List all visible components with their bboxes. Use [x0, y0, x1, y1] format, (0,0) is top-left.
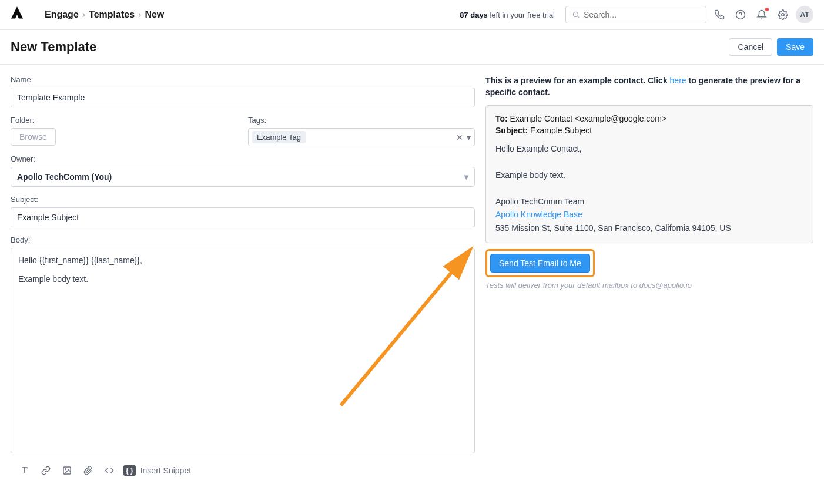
preview-box: To: Example Contact <example@google.com>…	[485, 105, 813, 243]
preview-notice: This is a preview for an example contact…	[485, 75, 813, 98]
breadcrumb: Engage › Templates › New	[45, 9, 164, 20]
name-label: Name:	[11, 75, 475, 84]
preview-to-row: To: Example Contact <example@google.com>	[495, 114, 803, 123]
avatar-initials: AT	[800, 11, 809, 19]
text-format-icon[interactable]: T	[18, 463, 32, 478]
trial-days: 87 days	[460, 11, 488, 19]
cancel-button[interactable]: Cancel	[729, 38, 772, 56]
send-test-email-button[interactable]: Send Test Email to Me	[490, 254, 590, 273]
preview-signature-team: Apollo TechComm Team	[495, 195, 803, 208]
browse-button[interactable]: Browse	[11, 128, 56, 146]
search-input[interactable]	[584, 10, 700, 19]
chevron-right-icon: ›	[82, 9, 85, 20]
tag-chip[interactable]: Example Tag	[252, 131, 306, 143]
subject-input[interactable]	[11, 207, 475, 227]
breadcrumb-item-engage[interactable]: Engage	[45, 9, 79, 20]
preview-signature-link[interactable]: Apollo Knowledge Base	[495, 210, 582, 219]
chevron-right-icon: ›	[138, 9, 141, 20]
svg-point-4	[782, 14, 785, 16]
preview-subject-value: Example Subject	[528, 126, 592, 135]
tags-input[interactable]: Example Tag ✕ ▾	[248, 128, 475, 146]
search-input-wrap[interactable]	[565, 6, 706, 23]
svg-line-1	[578, 16, 580, 18]
attachment-icon[interactable]	[81, 463, 95, 478]
page-title: New Template	[11, 39, 96, 55]
editor-toolbar: T { } Insert Snippet	[11, 455, 475, 479]
preview-notice-text-1: This is a preview for an example contact…	[485, 76, 670, 85]
test-delivery-note: Tests will deliver from your default mai…	[485, 281, 813, 290]
chevron-down-icon[interactable]: ▾	[467, 133, 471, 142]
preview-here-link[interactable]: here	[670, 76, 686, 85]
breadcrumb-item-templates[interactable]: Templates	[89, 9, 135, 20]
tags-label: Tags:	[248, 116, 475, 125]
breadcrumb-item-new[interactable]: New	[145, 9, 164, 20]
preview-greeting: Hello Example Contact,	[495, 142, 803, 155]
phone-icon[interactable]	[711, 6, 728, 23]
preview-to-value: Example Contact <example@google.com>	[508, 114, 666, 123]
body-editor[interactable]: Hello {{first_name}} {{last_name}}, Exam…	[11, 248, 475, 453]
owner-select[interactable]: Apollo TechComm (You) ▾	[11, 167, 475, 187]
owner-value: Apollo TechComm (You)	[17, 172, 112, 182]
svg-point-0	[573, 12, 578, 16]
preview-subject-label: Subject:	[495, 126, 528, 135]
name-input[interactable]	[11, 88, 475, 107]
chevron-down-icon: ▾	[464, 172, 468, 182]
clear-tags-icon[interactable]: ✕	[456, 133, 463, 142]
settings-icon[interactable]	[775, 6, 791, 23]
search-icon	[572, 11, 580, 19]
image-icon[interactable]	[60, 463, 74, 478]
svg-point-6	[65, 469, 66, 470]
code-icon[interactable]	[102, 463, 116, 478]
preview-address: 535 Mission St, Suite 1100, San Francisc…	[495, 221, 803, 234]
link-icon[interactable]	[39, 463, 53, 478]
send-test-highlight: Send Test Email to Me	[485, 249, 595, 277]
body-label: Body:	[11, 236, 475, 244]
insert-snippet-label: Insert Snippet	[140, 466, 191, 475]
avatar[interactable]: AT	[796, 6, 813, 23]
subject-label: Subject:	[11, 195, 475, 204]
insert-snippet-button[interactable]: { } Insert Snippet	[123, 465, 191, 476]
page-header: New Template Cancel Save	[0, 30, 824, 65]
trial-notice: 87 days left in your free trial	[460, 11, 555, 19]
preview-body: Hello Example Contact, Example body text…	[495, 142, 803, 234]
app-logo[interactable]	[11, 6, 24, 23]
folder-label: Folder:	[11, 116, 237, 125]
trial-text: left in your free trial	[488, 11, 555, 19]
preview-body-text: Example body text.	[495, 169, 803, 182]
preview-subject-row: Subject: Example Subject	[495, 126, 803, 135]
help-icon[interactable]	[732, 6, 749, 23]
top-bar: Engage › Templates › New 87 days left in…	[0, 0, 824, 30]
preview-to-label: To:	[495, 114, 508, 123]
notification-icon[interactable]	[753, 6, 770, 23]
owner-label: Owner:	[11, 154, 475, 163]
snippet-icon: { }	[123, 465, 136, 476]
save-button[interactable]: Save	[777, 38, 813, 56]
